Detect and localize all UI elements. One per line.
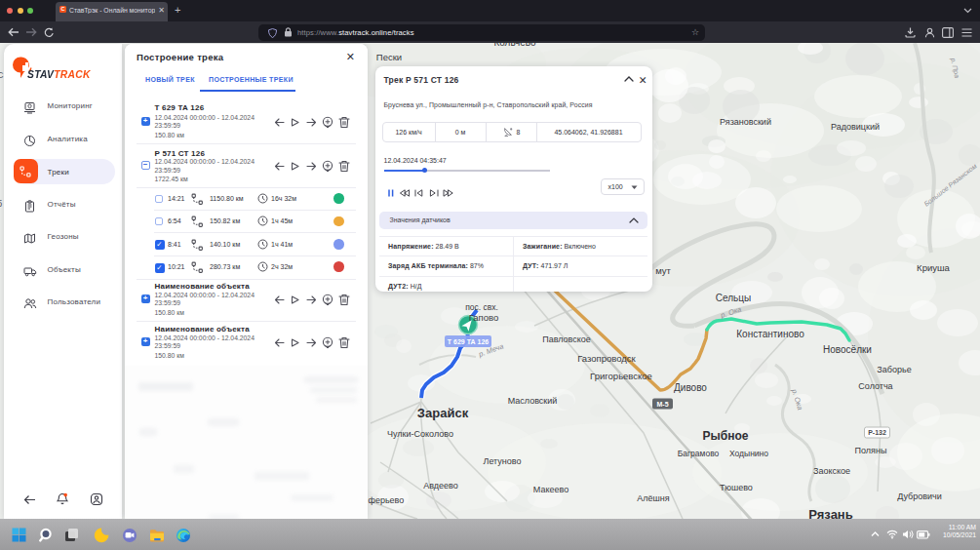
svg-text:Сельцы: Сельцы <box>716 293 751 303</box>
svg-text:Поляны: Поляны <box>855 446 887 455</box>
svg-text:Гапово: Гапово <box>469 312 499 323</box>
svg-text:ферьево: ферьево <box>369 495 405 505</box>
svg-text:Газопроводск: Газопроводск <box>577 353 636 364</box>
svg-text:мут: мут <box>655 265 671 276</box>
svg-text:б: б <box>0 199 2 209</box>
svg-text:Тюшево: Тюшево <box>720 483 753 492</box>
svg-text:Рязановский: Рязановский <box>720 117 771 127</box>
svg-text:Зарайск: Зарайск <box>417 406 469 420</box>
svg-text:Авдеево: Авдеево <box>423 481 458 491</box>
svg-text:Константиново: Константиново <box>736 329 804 339</box>
svg-text:Ходынино: Ходынино <box>729 449 768 458</box>
svg-text:Заборье: Заборье <box>877 365 911 374</box>
svg-text:Пески: Пески <box>376 52 402 62</box>
svg-text:Баграмово: Баграмово <box>678 449 720 458</box>
svg-text:Григорьевское: Григорьевское <box>590 371 652 381</box>
svg-text:Кольчево: Кольчево <box>493 43 536 48</box>
svg-text:Летуново: Летуново <box>484 456 522 466</box>
svg-text:Т 629 ТА 126: Т 629 ТА 126 <box>448 338 489 345</box>
svg-text:М-5: М-5 <box>656 401 668 408</box>
svg-text:Дивово: Дивово <box>674 382 707 393</box>
svg-text:Чулки-Соколово: Чулки-Соколово <box>387 429 453 439</box>
svg-text:Макеево: Макеево <box>533 485 568 494</box>
svg-text:Рязань: Рязань <box>808 507 852 520</box>
svg-text:Масловский: Масловский <box>508 396 558 406</box>
svg-text:Алёшня: Алёшня <box>637 493 669 503</box>
svg-text:Дубровичи: Дубровичи <box>897 491 942 501</box>
svg-text:Рыбное: Рыбное <box>703 429 749 443</box>
svg-text:Криуша: Криуша <box>917 262 950 273</box>
svg-text:пос. свх.: пос. свх. <box>465 302 498 312</box>
svg-text:Павловское: Павловское <box>542 334 591 344</box>
svg-text:Заокское: Заокское <box>813 466 850 476</box>
svg-text:Радовицкий: Радовицкий <box>831 122 880 132</box>
svg-text:Солотча: Солотча <box>858 381 892 391</box>
svg-text:Р-132: Р-132 <box>868 429 886 436</box>
svg-text:Новосёлки: Новосёлки <box>823 344 872 355</box>
